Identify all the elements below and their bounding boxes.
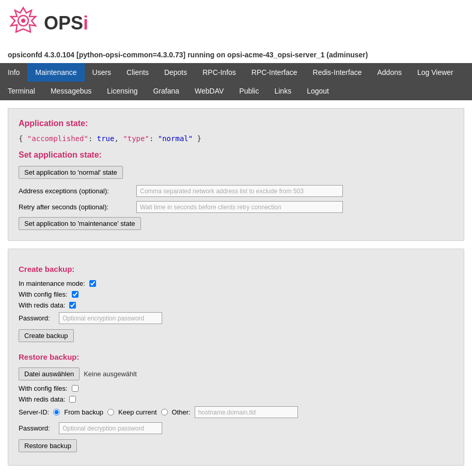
restore-backup-title: Restore backup: <box>19 352 453 361</box>
other-hostname-input[interactable] <box>195 406 298 418</box>
nav-rpc-interface[interactable]: RPC-Interface <box>244 63 305 82</box>
svg-point-1 <box>21 19 25 23</box>
maintenance-mode-row: In maintenance mode: <box>19 280 453 287</box>
retry-input[interactable] <box>136 201 343 213</box>
navigation: Info Maintenance Users Clients Depots RP… <box>0 63 472 100</box>
set-maintenance-row: Set application to 'maintenance' state <box>19 217 453 230</box>
address-exceptions-input[interactable] <box>136 185 343 197</box>
nav-messagebus[interactable]: Messagebus <box>43 82 99 100</box>
logo-text: OPSi <box>44 12 88 34</box>
create-password-row: Password: <box>19 312 453 324</box>
opsi-logo-icon <box>8 5 39 41</box>
config-files-row: With config files: <box>19 290 453 298</box>
other-label: Other: <box>172 408 191 416</box>
set-normal-state-button[interactable]: Set application to 'normal' state <box>19 166 123 179</box>
nav-redis-interface[interactable]: Redis-Interface <box>305 63 370 82</box>
file-select-button[interactable]: Datei auswählen <box>19 367 80 380</box>
address-exceptions-label: Address exceptions (optional): <box>19 187 132 195</box>
address-exceptions-row: Address exceptions (optional): <box>19 185 453 197</box>
nav-links[interactable]: Links <box>266 82 299 100</box>
create-password-label: Password: <box>19 314 55 322</box>
maintenance-mode-label: In maintenance mode: <box>19 280 85 287</box>
from-backup-label: From backup <box>64 408 103 416</box>
maintenance-mode-checkbox[interactable] <box>89 280 96 287</box>
redis-data-checkbox[interactable] <box>69 302 76 309</box>
nav-public[interactable]: Public <box>231 82 266 100</box>
nav-depots[interactable]: Depots <box>156 63 195 82</box>
restore-config-files-checkbox[interactable] <box>72 385 78 392</box>
server-id-row: Server-ID: From backup Keep current Othe… <box>19 406 453 418</box>
create-password-input[interactable] <box>59 312 162 324</box>
backup-section: Create backup: In maintenance mode: With… <box>8 249 464 466</box>
restore-redis-data-row: With redis data: <box>19 395 453 403</box>
app-state-display: { "accomplished": true, "type": "normal"… <box>19 134 453 143</box>
header: OPSi <box>0 0 472 47</box>
nav-logout[interactable]: Logout <box>299 82 337 100</box>
create-backup-title: Create backup: <box>19 265 453 273</box>
nav-grafana[interactable]: Grafana <box>145 82 187 100</box>
nav-info[interactable]: Info <box>0 63 27 82</box>
app-state-title: Application state: <box>19 119 453 128</box>
set-app-state-title: Set application state: <box>19 150 453 160</box>
application-state-section: Application state: { "accomplished": tru… <box>8 108 464 241</box>
nav-terminal[interactable]: Terminal <box>0 82 43 100</box>
retry-seconds-row: Retry after seconds (optional): <box>19 201 453 213</box>
keep-current-radio[interactable] <box>107 409 114 416</box>
logo-container: OPSi <box>8 5 88 41</box>
restore-backup-button[interactable]: Restore backup <box>19 439 77 452</box>
nav-licensing[interactable]: Licensing <box>99 82 145 100</box>
file-select-row: Datei auswählen Keine ausgewählt <box>19 367 453 380</box>
create-backup-button[interactable]: Create backup <box>19 329 74 342</box>
nav-users[interactable]: Users <box>85 63 119 82</box>
set-maintenance-state-button[interactable]: Set application to 'maintenance' state <box>19 217 141 230</box>
server-info: opsiconfd 4.3.0.104 [python-opsi-common=… <box>0 47 472 63</box>
server-id-label: Server-ID: <box>19 408 49 416</box>
nav-maintenance[interactable]: Maintenance <box>27 63 84 82</box>
restore-redis-data-label: With redis data: <box>19 395 65 403</box>
restore-password-input[interactable] <box>59 422 162 434</box>
redis-data-row: With redis data: <box>19 301 453 309</box>
nav-rpc-infos[interactable]: RPC-Infos <box>195 63 244 82</box>
retry-label: Retry after seconds (optional): <box>19 203 132 211</box>
restore-password-label: Password: <box>19 424 55 432</box>
other-radio[interactable] <box>161 409 168 416</box>
restore-config-files-row: With config files: <box>19 385 453 392</box>
restore-redis-data-checkbox[interactable] <box>69 396 76 403</box>
nav-webdav[interactable]: WebDAV <box>187 82 231 100</box>
nav-addons[interactable]: Addons <box>369 63 409 82</box>
keep-current-label: Keep current <box>118 408 156 416</box>
config-files-label: With config files: <box>19 290 68 298</box>
from-backup-radio[interactable] <box>53 409 60 416</box>
restore-password-row: Password: <box>19 422 453 434</box>
config-files-checkbox[interactable] <box>72 291 78 298</box>
no-file-label: Keine ausgewählt <box>84 370 137 378</box>
nav-log-viewer[interactable]: Log Viewer <box>410 63 461 82</box>
restore-config-files-label: With config files: <box>19 385 68 392</box>
main-content: Application state: { "accomplished": tru… <box>0 100 472 476</box>
redis-data-label: With redis data: <box>19 301 65 309</box>
nav-clients[interactable]: Clients <box>119 63 156 82</box>
